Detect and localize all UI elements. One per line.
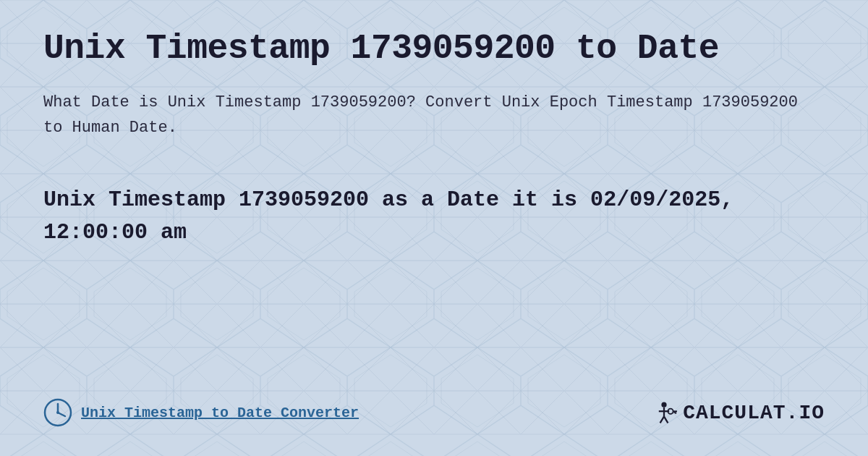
svg-line-212 [664,416,668,423]
result-text: Unix Timestamp 1739059200 as a Date it i… [43,184,825,249]
footer-link[interactable]: Unix Timestamp to Date Converter [43,398,359,427]
calculatio-icon [651,400,677,426]
svg-point-207 [56,411,59,414]
svg-point-208 [662,402,667,408]
logo: CALCULAT.IO [651,400,825,426]
page-title: Unix Timestamp 1739059200 to Date [43,29,825,68]
clock-icon [43,398,72,427]
svg-line-211 [660,416,664,423]
logo-text: CALCULAT.IO [683,402,825,424]
page-description: What Date is Unix Timestamp 1739059200? … [43,90,825,140]
footer-link-text: Unix Timestamp to Date Converter [81,405,359,421]
